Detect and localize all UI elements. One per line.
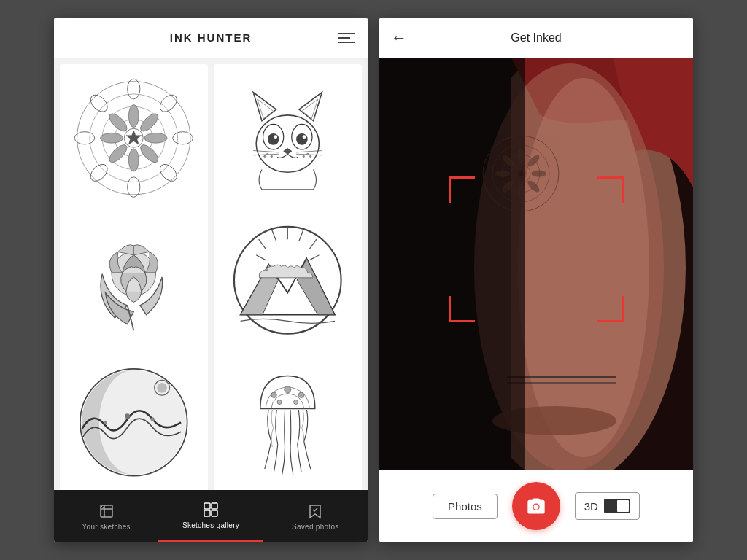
svg-point-33 <box>266 153 268 155</box>
svg-line-32 <box>296 154 322 155</box>
svg-point-26 <box>296 133 308 145</box>
svg-line-46 <box>310 255 320 260</box>
svg-point-91 <box>533 505 538 510</box>
right-header: ← Get Inked <box>379 18 693 58</box>
tab-sketches-gallery[interactable]: Sketches gallery <box>158 490 263 542</box>
svg-point-50 <box>104 420 107 424</box>
svg-point-17 <box>128 177 140 198</box>
sketch-cell-cat[interactable] <box>214 64 362 212</box>
back-button[interactable]: ← <box>391 30 407 46</box>
svg-point-34 <box>271 155 273 158</box>
svg-rect-63 <box>204 503 210 509</box>
tab-saved-photos[interactable]: Saved photos <box>263 490 368 542</box>
svg-point-9 <box>129 149 139 171</box>
three-d-button[interactable]: 3D <box>575 492 640 520</box>
svg-point-40 <box>234 227 341 334</box>
hamburger-icon[interactable] <box>338 33 355 43</box>
svg-marker-21 <box>126 131 142 144</box>
svg-point-12 <box>107 111 130 134</box>
svg-point-59 <box>294 400 298 404</box>
svg-point-22 <box>256 115 319 172</box>
svg-line-45 <box>310 239 317 249</box>
svg-point-25 <box>268 133 279 145</box>
right-header-title: Get Inked <box>511 31 561 44</box>
wave-svg <box>71 359 197 486</box>
three-d-label: 3D <box>584 500 598 513</box>
sketch-cell-jellyfish[interactable] <box>214 348 362 490</box>
svg-point-16 <box>157 161 180 184</box>
sketch-cell-rose[interactable] <box>60 206 208 354</box>
svg-line-47 <box>256 255 266 260</box>
three-d-toggle[interactable] <box>604 499 630 513</box>
tab-saved-photos-label: Saved photos <box>292 523 339 531</box>
app-title: INK HUNTER <box>170 31 252 44</box>
sketch-cell-wave[interactable] <box>60 348 208 490</box>
left-header: INK HUNTER <box>54 18 368 58</box>
svg-point-19 <box>74 132 95 144</box>
svg-point-5 <box>129 105 139 128</box>
tab-sketches-gallery-label: Sketches gallery <box>182 521 239 529</box>
camera-view <box>379 58 693 470</box>
svg-point-87 <box>500 153 515 168</box>
camera-controls: Photos 3D <box>379 470 693 542</box>
svg-point-11 <box>101 133 123 144</box>
mountain-svg <box>225 217 351 343</box>
photos-button[interactable]: Photos <box>433 494 498 519</box>
sketch-cell-mountain[interactable] <box>214 206 362 354</box>
jellyfish-svg <box>225 359 351 486</box>
svg-point-51 <box>125 413 130 419</box>
svg-point-28 <box>303 136 306 139</box>
svg-point-55 <box>271 392 277 398</box>
svg-point-81 <box>525 153 541 168</box>
screen-container: INK HUNTER <box>54 18 693 542</box>
scan-bracket <box>449 176 624 322</box>
sketch-cell-mandala[interactable] <box>60 64 208 212</box>
corner-bl <box>449 296 475 322</box>
svg-point-58 <box>277 400 282 404</box>
svg-rect-64 <box>212 503 217 509</box>
mandala-svg <box>71 75 197 201</box>
svg-rect-65 <box>204 510 210 516</box>
phone-right: ← Get Inked <box>379 18 693 542</box>
tab-your-sketches[interactable]: Your sketches <box>54 490 158 542</box>
svg-line-30 <box>253 154 279 155</box>
svg-line-42 <box>272 230 276 241</box>
tab-bar: Your sketches Sketches gallery Saved pho… <box>54 490 368 542</box>
svg-point-54 <box>157 382 167 392</box>
camera-icon <box>526 496 546 516</box>
svg-point-80 <box>517 148 524 163</box>
svg-point-18 <box>88 161 111 184</box>
capture-button[interactable] <box>512 482 560 530</box>
svg-point-14 <box>157 92 180 115</box>
svg-point-10 <box>107 142 130 166</box>
sketches-grid <box>54 58 368 490</box>
corner-tr <box>597 176 624 203</box>
sketch-tab-icon <box>98 502 115 520</box>
svg-point-27 <box>274 136 278 139</box>
corner-tl <box>449 176 475 203</box>
svg-point-20 <box>88 92 111 115</box>
svg-point-13 <box>128 79 140 99</box>
svg-point-57 <box>298 392 304 398</box>
corner-br <box>597 296 624 322</box>
svg-rect-66 <box>212 510 217 516</box>
svg-point-37 <box>303 155 305 158</box>
svg-point-36 <box>306 153 309 155</box>
gallery-tab-icon <box>202 501 220 518</box>
svg-point-8 <box>138 142 161 166</box>
tab-your-sketches-label: Your sketches <box>82 523 130 531</box>
three-d-dot <box>617 500 629 512</box>
cat-svg <box>225 75 351 201</box>
rose-svg <box>71 217 197 343</box>
svg-point-6 <box>138 111 161 134</box>
saved-tab-icon <box>306 502 324 520</box>
svg-point-38 <box>309 155 311 158</box>
svg-line-44 <box>299 230 303 241</box>
svg-point-7 <box>144 133 167 144</box>
phone-left: INK HUNTER <box>54 18 368 542</box>
svg-point-15 <box>173 132 193 144</box>
svg-point-56 <box>285 386 291 392</box>
svg-point-52 <box>151 417 155 421</box>
svg-line-43 <box>259 239 266 249</box>
svg-point-89 <box>518 171 523 176</box>
